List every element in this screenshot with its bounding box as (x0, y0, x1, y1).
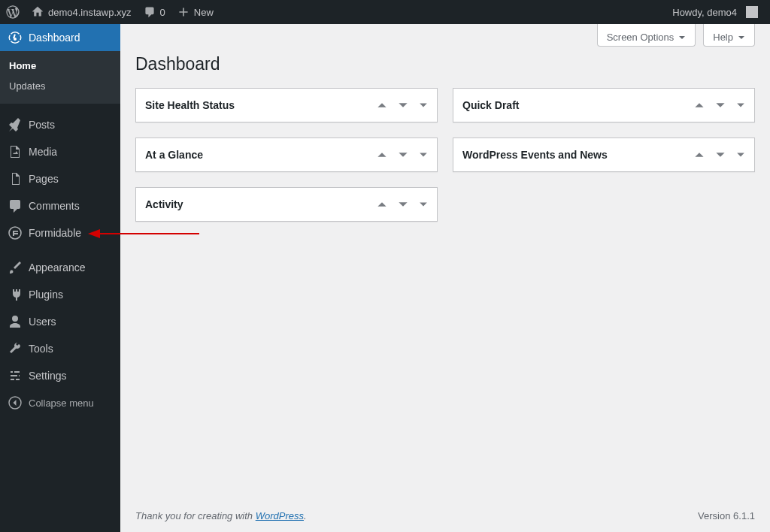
sidebar-item-label: Comments (29, 200, 80, 212)
toggle-panel-button[interactable] (419, 150, 428, 159)
sidebar-item-media[interactable]: Media (0, 138, 120, 165)
sidebar-item-label: Media (29, 146, 57, 158)
sidebar-item-dashboard[interactable]: Dashboard (0, 24, 120, 51)
sidebar-item-label: Plugins (29, 289, 63, 301)
wordpress-link[interactable]: WordPress (256, 510, 304, 521)
wrench-icon (8, 341, 23, 356)
sidebar-item-pages[interactable]: Pages (0, 165, 120, 192)
postbox-title: WordPress Events and News (462, 149, 694, 161)
caret-down-icon (678, 34, 686, 41)
sidebar-item-plugins[interactable]: Plugins (0, 281, 120, 308)
postbox-title: At a Glance (145, 149, 377, 161)
content-area: Screen Options Help Dashboard (120, 24, 770, 532)
site-name-menu[interactable]: demo4.instawp.xyz (26, 0, 138, 24)
comments-menu[interactable]: 0 (138, 0, 171, 24)
dashboard-icon (8, 30, 23, 45)
dashboard-column-2: Quick Draft WordPress Events and News (453, 88, 755, 222)
postbox-wordpress-events: WordPress Events and News (453, 138, 755, 172)
postbox-at-a-glance: At a Glance (135, 138, 438, 172)
new-label: New (194, 7, 214, 18)
sidebar-item-tools[interactable]: Tools (0, 335, 120, 362)
sidebar-item-label: Dashboard (29, 32, 80, 44)
sidebar-item-label: Formidable (29, 227, 81, 239)
sidebar-item-formidable[interactable]: Formidable (0, 219, 120, 246)
postbox-activity: Activity (135, 187, 438, 222)
wp-logo-menu[interactable] (0, 0, 26, 24)
move-down-button[interactable] (398, 150, 408, 160)
svg-point-0 (9, 227, 21, 239)
sidebar-item-label: Appearance (29, 261, 86, 274)
sliders-icon (8, 368, 23, 383)
footer-version: Version 6.1.1 (698, 510, 755, 521)
sidebar-item-label: Settings (29, 370, 67, 382)
sidebar-item-posts[interactable]: Posts (0, 111, 120, 138)
collapse-label: Collapse menu (29, 397, 94, 409)
screen-options-button[interactable]: Screen Options (597, 24, 696, 47)
comment-icon (144, 6, 156, 18)
move-up-button[interactable] (377, 199, 387, 210)
site-name-label: demo4.instawp.xyz (48, 7, 132, 18)
toggle-panel-button[interactable] (419, 200, 428, 209)
home-icon (32, 6, 44, 18)
postbox-title: Site Health Status (145, 99, 377, 111)
sidebar-item-users[interactable]: Users (0, 308, 120, 335)
help-label: Help (713, 32, 733, 43)
media-icon (8, 144, 23, 159)
my-account-menu[interactable]: Howdy, demo4 (666, 0, 764, 24)
sidebar-subitem-home[interactable]: Home (0, 56, 120, 76)
collapse-icon (8, 395, 23, 410)
sidebar-item-label: Pages (29, 173, 59, 185)
postbox-title: Activity (145, 198, 377, 210)
move-up-button[interactable] (377, 100, 387, 110)
sidebar-submenu-dashboard: Home Updates (0, 51, 120, 104)
comment-icon (8, 198, 23, 213)
admin-toolbar: demo4.instawp.xyz 0 New Howdy, demo4 (0, 0, 770, 24)
brush-icon (8, 260, 23, 275)
pushpin-icon (8, 117, 23, 132)
new-content-menu[interactable]: New (171, 0, 220, 24)
postbox-title: Quick Draft (462, 99, 694, 111)
move-down-button[interactable] (715, 100, 726, 110)
page-title: Dashboard (135, 47, 755, 88)
admin-footer: Thank you for creating with WordPress. V… (120, 500, 770, 532)
dashboard-column-1: Site Health Status At a Glance (135, 88, 438, 222)
avatar (746, 6, 758, 18)
sidebar-item-label: Users (29, 316, 56, 328)
sidebar-item-comments[interactable]: Comments (0, 192, 120, 219)
greeting-label: Howdy, demo4 (672, 7, 737, 18)
wordpress-logo-icon (6, 5, 20, 19)
sidebar-item-label: Posts (29, 119, 55, 131)
postbox-quick-draft: Quick Draft (453, 88, 755, 122)
toggle-panel-button[interactable] (419, 101, 428, 110)
sidebar-item-label: Tools (29, 343, 53, 355)
collapse-menu-button[interactable]: Collapse menu (0, 389, 120, 416)
footer-thankyou: Thank you for creating with WordPress. (135, 510, 307, 521)
admin-sidebar: Dashboard Home Updates Posts Media (0, 24, 120, 532)
move-down-button[interactable] (715, 150, 726, 160)
plugin-icon (8, 287, 23, 302)
screen-options-label: Screen Options (607, 32, 675, 43)
sidebar-subitem-updates[interactable]: Updates (0, 76, 120, 96)
move-up-button[interactable] (694, 150, 705, 160)
move-up-button[interactable] (694, 100, 705, 110)
sidebar-item-appearance[interactable]: Appearance (0, 254, 120, 281)
sidebar-item-settings[interactable]: Settings (0, 362, 120, 389)
postbox-site-health: Site Health Status (135, 88, 438, 122)
comments-count: 0 (160, 7, 165, 18)
move-down-button[interactable] (398, 199, 408, 210)
move-up-button[interactable] (377, 150, 387, 160)
formidable-icon (8, 225, 23, 240)
plus-icon (177, 6, 189, 18)
page-icon (8, 171, 23, 186)
toggle-panel-button[interactable] (736, 101, 745, 110)
user-icon (8, 314, 23, 329)
caret-down-icon (738, 34, 745, 41)
move-down-button[interactable] (398, 100, 408, 110)
help-button[interactable]: Help (703, 24, 755, 47)
toggle-panel-button[interactable] (736, 150, 745, 159)
